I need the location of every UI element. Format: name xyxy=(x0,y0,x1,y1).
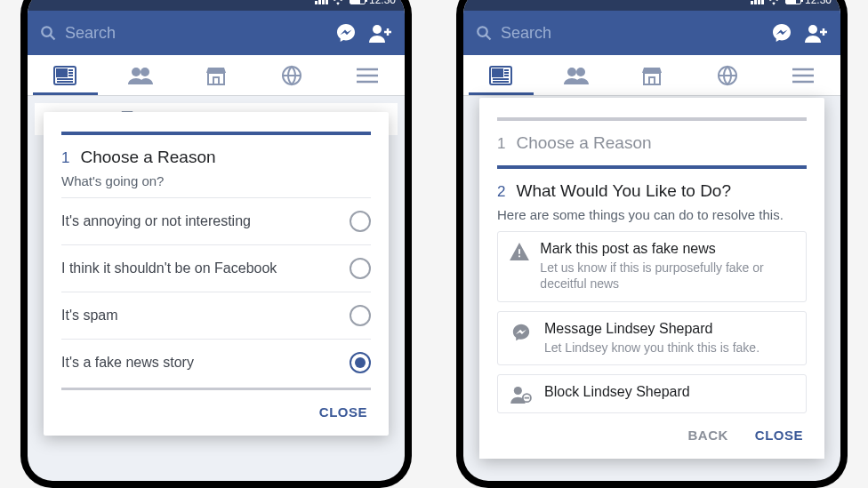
fb-header: Search xyxy=(463,11,840,55)
block-user-icon xyxy=(509,384,534,404)
svg-rect-4 xyxy=(57,69,67,76)
action-mark-fake-news[interactable]: Mark this post as fake news Let us know … xyxy=(497,231,807,301)
reason-label: It's annoying or not interesting xyxy=(61,213,251,229)
svg-line-1 xyxy=(50,35,54,39)
step2-number: 2 xyxy=(497,183,505,201)
svg-point-18 xyxy=(478,27,487,36)
action-subtitle: Let us know if this is purposefully fake… xyxy=(540,260,795,292)
tab-bar xyxy=(28,55,405,96)
clock: 12:30 xyxy=(805,0,832,6)
svg-rect-12 xyxy=(208,73,224,84)
radio-icon xyxy=(350,305,371,326)
search-icon xyxy=(40,25,56,41)
reason-label: It's a fake news story xyxy=(61,355,194,371)
wifi-icon xyxy=(768,0,780,5)
tab-feed[interactable] xyxy=(463,55,539,95)
step1-number: 1 xyxy=(497,135,505,153)
action-subtitle: Let Lindsey know you think this is fake. xyxy=(544,340,760,356)
svg-rect-31 xyxy=(649,77,655,84)
svg-rect-30 xyxy=(644,73,660,84)
battery-icon xyxy=(785,0,801,4)
reason-option[interactable]: I think it shouldn't be on Facebook xyxy=(61,244,371,292)
report-modal-step2: 1 Choose a Reason 2 What Would You Like … xyxy=(479,98,824,459)
report-modal-step1: 1 Choose a Reason What's going on? It's … xyxy=(44,112,389,436)
tab-notifications[interactable] xyxy=(253,55,329,95)
close-button[interactable]: CLOSE xyxy=(319,404,367,420)
step2-title: What Would You Like to Do? xyxy=(516,181,731,201)
friend-add-icon[interactable] xyxy=(369,23,392,43)
reason-option[interactable]: It's spam xyxy=(61,292,371,339)
svg-point-11 xyxy=(141,68,149,76)
svg-point-0 xyxy=(42,27,52,36)
phone-right: 12:30 Search 1 Choose a Reason xyxy=(456,0,848,488)
messenger-icon[interactable] xyxy=(771,22,792,44)
tab-bar xyxy=(463,55,840,96)
warning-icon xyxy=(509,241,529,292)
step1-subtitle: What's going on? xyxy=(61,172,371,190)
svg-rect-22 xyxy=(493,69,502,76)
step1-title: Choose a Reason xyxy=(516,133,651,153)
status-bar: 12:30 xyxy=(28,0,405,11)
tab-menu[interactable] xyxy=(765,55,840,95)
step1-indicator-done xyxy=(497,117,807,121)
search-field[interactable]: Search xyxy=(40,24,323,43)
reason-label: I think it shouldn't be on Facebook xyxy=(61,260,277,276)
action-title: Mark this post as fake news xyxy=(540,241,795,257)
radio-icon xyxy=(350,211,371,232)
phone-left: 12:30 Search Like Comment Share 1 xyxy=(20,0,412,488)
step2-subtitle: Here are some things you can do to resol… xyxy=(497,206,807,224)
messenger-icon[interactable] xyxy=(335,22,357,44)
step1-indicator xyxy=(61,132,371,135)
messenger-icon xyxy=(509,321,534,356)
search-icon xyxy=(476,25,492,41)
clock: 12:30 xyxy=(369,0,396,6)
svg-line-19 xyxy=(486,35,490,39)
search-field[interactable]: Search xyxy=(476,24,759,43)
svg-point-20 xyxy=(808,25,817,34)
wifi-icon xyxy=(332,0,344,5)
svg-point-2 xyxy=(373,25,382,34)
step1-number: 1 xyxy=(61,149,69,167)
tab-friends[interactable] xyxy=(103,55,179,95)
action-block-user[interactable]: Block Lindsey Shepard xyxy=(497,374,807,413)
reason-option[interactable]: It's annoying or not interesting xyxy=(61,197,371,244)
tab-notifications[interactable] xyxy=(689,55,765,95)
radio-icon xyxy=(350,258,371,279)
signal-icon xyxy=(315,0,328,4)
action-title: Message Lindsey Shepard xyxy=(544,321,760,337)
step1-title: Choose a Reason xyxy=(80,148,215,167)
close-button[interactable]: CLOSE xyxy=(755,428,803,443)
screen: 12:30 Search Like Comment Share 1 xyxy=(28,0,405,481)
step2-indicator xyxy=(497,165,807,169)
action-message-user[interactable]: Message Lindsey Shepard Let Lindsey know… xyxy=(497,311,807,365)
status-bar: 12:30 xyxy=(463,0,840,11)
friend-add-icon[interactable] xyxy=(805,23,828,43)
tab-menu[interactable] xyxy=(329,55,405,95)
search-placeholder: Search xyxy=(501,24,551,43)
svg-point-10 xyxy=(132,68,141,76)
back-button[interactable]: BACK xyxy=(687,428,727,443)
battery-icon xyxy=(350,0,366,4)
tab-marketplace[interactable] xyxy=(179,55,254,95)
svg-point-28 xyxy=(567,68,576,76)
tab-feed[interactable] xyxy=(28,55,103,95)
svg-point-36 xyxy=(514,387,522,395)
signal-icon xyxy=(751,0,764,4)
tab-marketplace[interactable] xyxy=(615,55,690,95)
tab-friends[interactable] xyxy=(539,55,615,95)
fb-header: Search xyxy=(28,11,405,55)
svg-rect-13 xyxy=(213,77,219,84)
svg-point-29 xyxy=(576,68,585,76)
search-placeholder: Search xyxy=(65,24,116,43)
screen: 12:30 Search 1 Choose a Reason xyxy=(463,0,840,481)
reason-option[interactable]: It's a fake news story xyxy=(61,339,371,386)
reason-label: It's spam xyxy=(61,308,118,324)
action-title: Block Lindsey Shepard xyxy=(544,384,690,400)
radio-icon-selected xyxy=(350,352,371,373)
